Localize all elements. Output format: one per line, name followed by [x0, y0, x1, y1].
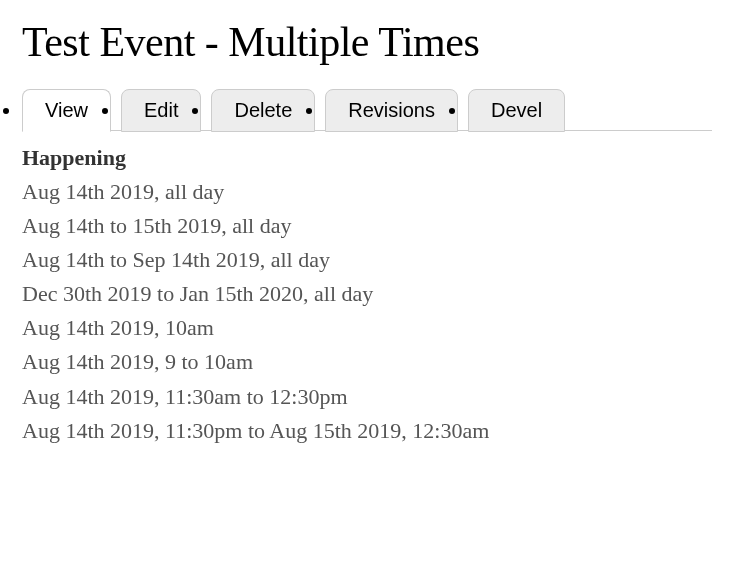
tab-delete[interactable]: Delete: [211, 89, 315, 132]
date-list: Aug 14th 2019, all day Aug 14th to 15th …: [22, 175, 712, 448]
date-item: Aug 14th 2019, 10am: [22, 311, 712, 345]
tab-view[interactable]: View: [22, 89, 111, 132]
date-item: Aug 14th 2019, 11:30pm to Aug 15th 2019,…: [22, 414, 712, 448]
page-title: Test Event - Multiple Times: [22, 18, 712, 66]
field-label: Happening: [22, 145, 712, 171]
date-item: Aug 14th to 15th 2019, all day: [22, 209, 712, 243]
date-item: Aug 14th 2019, 9 to 10am: [22, 345, 712, 379]
date-item: Aug 14th 2019, all day: [22, 175, 712, 209]
tabs: View Edit Delete Revisions Devel: [22, 88, 712, 131]
happening-field: Happening Aug 14th 2019, all day Aug 14t…: [22, 145, 712, 448]
tab-edit[interactable]: Edit: [121, 89, 201, 132]
tab-devel[interactable]: Devel: [468, 89, 565, 132]
tab-revisions[interactable]: Revisions: [325, 89, 458, 132]
date-item: Aug 14th 2019, 11:30am to 12:30pm: [22, 380, 712, 414]
date-item: Dec 30th 2019 to Jan 15th 2020, all day: [22, 277, 712, 311]
date-item: Aug 14th to Sep 14th 2019, all day: [22, 243, 712, 277]
